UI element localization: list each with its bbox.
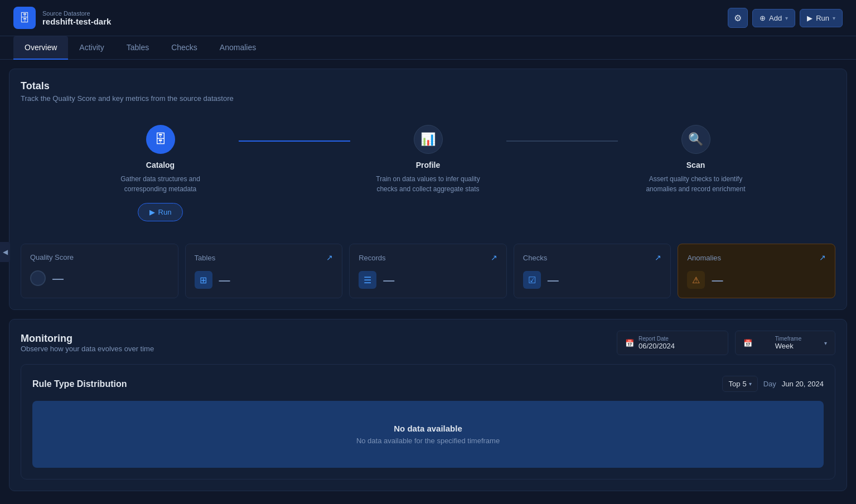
- totals-subtitle: Track the Quality Score and key metrics …: [21, 94, 835, 103]
- metric-anomalies: Anomalies ↗ ⚠ —: [678, 244, 835, 298]
- no-data-subtitle: No data available for the specified time…: [356, 437, 500, 445]
- timeframe-calendar-icon: 📅: [743, 339, 752, 347]
- header-left: 🗄 Source Datastore redshift-test-dark: [13, 7, 111, 29]
- scan-icon: 🔍: [681, 125, 710, 154]
- checks-label: Checks: [523, 254, 547, 262]
- top-select[interactable]: Top 5 ▾: [722, 376, 757, 392]
- scan-title: Scan: [686, 161, 705, 169]
- datastore-name: redshift-test-dark: [42, 17, 111, 26]
- add-button[interactable]: ⊕ Add ▾: [752, 9, 795, 27]
- totals-title: Totals: [21, 80, 835, 92]
- catalog-desc: Gather data structures andcorresponding …: [120, 174, 200, 194]
- anomalies-arrow-icon[interactable]: ↗: [819, 253, 826, 262]
- metric-checks: Checks ↗ ☑ —: [514, 244, 671, 298]
- no-data-panel: No data available No data available for …: [32, 401, 824, 468]
- profile-icon: 📊: [414, 125, 443, 154]
- tab-checks[interactable]: Checks: [160, 36, 209, 60]
- gear-icon: ⚙: [734, 13, 742, 23]
- anomalies-value: —: [712, 274, 723, 287]
- quality-score-value: —: [52, 272, 64, 285]
- pipeline-step-profile: 📊 Profile Train on data values to infer …: [350, 125, 506, 203]
- add-chevron-icon: ▾: [785, 15, 788, 21]
- profile-title: Profile: [416, 161, 441, 169]
- chevron-left-icon: ◀: [3, 248, 8, 256]
- rule-distribution-section: Rule Type Distribution Top 5 ▾ Day Jun 2…: [21, 364, 835, 479]
- run-button[interactable]: ▶ Run ▾: [800, 9, 843, 27]
- records-icon: ☰: [359, 271, 376, 289]
- anomalies-label: Anomalies: [687, 254, 721, 262]
- tables-value: —: [219, 274, 230, 287]
- tab-activity[interactable]: Activity: [68, 36, 115, 60]
- metrics-row: Quality Score — Tables ↗ ⊞ —: [21, 244, 835, 298]
- records-arrow-icon[interactable]: ↗: [491, 253, 497, 262]
- records-label: Records: [359, 254, 385, 262]
- catalog-title: Catalog: [146, 161, 175, 169]
- rule-distribution-header: Rule Type Distribution Top 5 ▾ Day Jun 2…: [32, 376, 824, 392]
- checks-arrow-icon[interactable]: ↗: [655, 253, 661, 262]
- timeframe-label: Timeframe: [775, 336, 801, 342]
- metric-quality-score: Quality Score —: [21, 244, 178, 298]
- top-chevron-icon: ▾: [749, 381, 752, 387]
- calendar-icon: 📅: [625, 339, 634, 347]
- tab-tables[interactable]: Tables: [115, 36, 160, 60]
- tables-icon: ⊞: [195, 271, 212, 289]
- pipeline: 🗄 Catalog Gather data structures andcorr…: [21, 114, 835, 232]
- checks-icon: ☑: [523, 271, 541, 289]
- settings-button[interactable]: ⚙: [728, 8, 748, 28]
- top-value: 5: [742, 380, 746, 388]
- report-date-control[interactable]: 📅 Report Date 06/20/2024: [617, 331, 728, 355]
- database-icon: 🗄: [19, 12, 30, 25]
- connector-catalog-profile: [239, 140, 350, 142]
- metric-records: Records ↗ ☰ —: [349, 244, 507, 298]
- pipeline-step-catalog: 🗄 Catalog Gather data structures andcorr…: [83, 125, 239, 221]
- metric-tables: Tables ↗ ⊞ —: [185, 244, 343, 298]
- datastore-label: Source Datastore: [42, 10, 111, 17]
- timeframe-chevron-icon: ▾: [824, 340, 827, 346]
- catalog-icon: 🗄: [146, 125, 175, 154]
- run-icon: ▶: [807, 14, 813, 22]
- records-value: —: [383, 274, 394, 287]
- monitoring-subtitle: Observe how your data evolves over time: [21, 345, 154, 353]
- logo-icon: 🗄: [13, 7, 36, 29]
- monitoring-title: Monitoring: [21, 333, 154, 345]
- rule-distribution-title: Rule Type Distribution: [32, 379, 127, 389]
- catalog-run-label: Run: [158, 208, 172, 216]
- checks-value: —: [548, 274, 559, 287]
- tables-label: Tables: [195, 254, 216, 262]
- day-label: Day: [763, 380, 776, 388]
- quality-score-label: Quality Score: [30, 253, 74, 261]
- run-circle-icon: ▶: [149, 208, 155, 216]
- run-chevron-icon: ▾: [833, 15, 835, 21]
- header: 🗄 Source Datastore redshift-test-dark ⚙ …: [0, 0, 856, 36]
- add-label: Add: [769, 14, 782, 22]
- profile-desc: Train on data values to infer qualityche…: [376, 174, 480, 194]
- monitoring-controls: 📅 Report Date 06/20/2024 📅 Timeframe Wee…: [617, 331, 835, 355]
- scan-desc: Assert quality checks to identifyanomali…: [646, 174, 745, 194]
- nav-tabs: Overview Activity Tables Checks Anomalie…: [0, 36, 856, 60]
- tab-overview[interactable]: Overview: [13, 36, 68, 60]
- main-content: Totals Track the Quality Score and key m…: [0, 60, 856, 504]
- run-label: Run: [816, 14, 829, 22]
- tab-anomalies[interactable]: Anomalies: [209, 36, 267, 60]
- add-icon: ⊕: [760, 14, 766, 22]
- monitoring-section: Monitoring Observe how your data evolves…: [9, 319, 847, 491]
- report-date-value: 06/20/2024: [639, 342, 675, 350]
- day-value: Jun 20, 2024: [782, 380, 824, 388]
- pipeline-step-scan: 🔍 Scan Assert quality checks to identify…: [618, 125, 774, 203]
- monitoring-title-area: Monitoring Observe how your data evolves…: [21, 333, 154, 353]
- tables-arrow-icon[interactable]: ↗: [326, 253, 333, 262]
- report-date-label: Report Date: [639, 336, 675, 342]
- header-actions: ⚙ ⊕ Add ▾ ▶ Run ▾: [728, 8, 843, 28]
- totals-section: Totals Track the Quality Score and key m…: [9, 69, 847, 310]
- top-label: Top: [728, 380, 740, 388]
- rule-distribution-controls: Top 5 ▾ Day Jun 20, 2024: [722, 376, 824, 392]
- anomalies-icon: ⚠: [687, 271, 705, 289]
- monitoring-header: Monitoring Observe how your data evolves…: [21, 331, 835, 355]
- catalog-run-button[interactable]: ▶ Run: [138, 203, 183, 221]
- back-button[interactable]: ◀: [0, 242, 10, 262]
- datastore-info: Source Datastore redshift-test-dark: [42, 10, 111, 26]
- timeframe-control[interactable]: 📅 Timeframe Week ▾: [735, 331, 835, 355]
- no-data-title: No data available: [394, 424, 462, 433]
- connector-profile-scan: [506, 140, 618, 142]
- quality-score-circle: [30, 270, 46, 286]
